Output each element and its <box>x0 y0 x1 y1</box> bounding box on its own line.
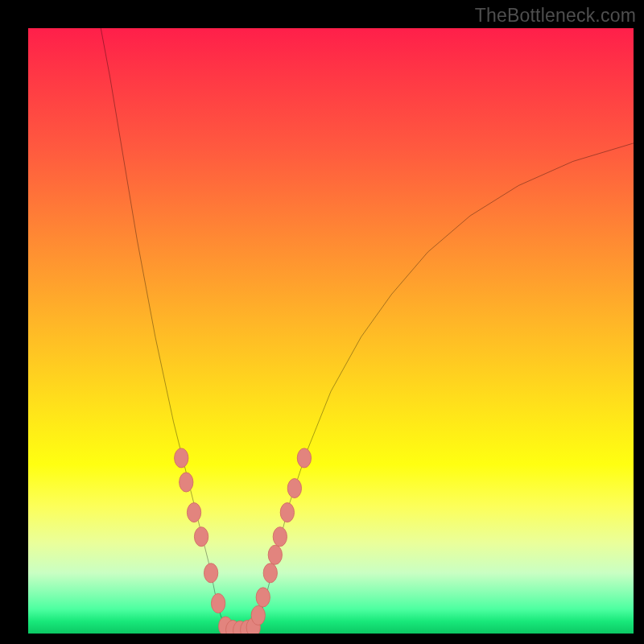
marker-point <box>204 564 217 583</box>
marker-point <box>194 527 208 547</box>
series-group <box>101 28 634 631</box>
marker-point <box>273 527 287 547</box>
marker-point <box>187 503 200 522</box>
marker-point <box>297 448 311 468</box>
curve-svg <box>28 28 634 634</box>
marker-point <box>180 473 193 492</box>
marker-point <box>251 605 265 625</box>
watermark-text: TheBottleneck.com <box>475 5 636 27</box>
marker-point <box>256 588 270 607</box>
curve-right-branch <box>255 143 634 628</box>
marker-point <box>175 448 188 468</box>
marker-point <box>211 593 225 613</box>
marker-point <box>287 478 301 497</box>
plot-area <box>28 28 634 634</box>
marker-point <box>268 545 282 564</box>
marker-point <box>263 564 277 583</box>
marker-point <box>280 503 294 522</box>
chart-frame: TheBottleneck.com <box>0 0 644 644</box>
markers-group <box>175 448 312 634</box>
